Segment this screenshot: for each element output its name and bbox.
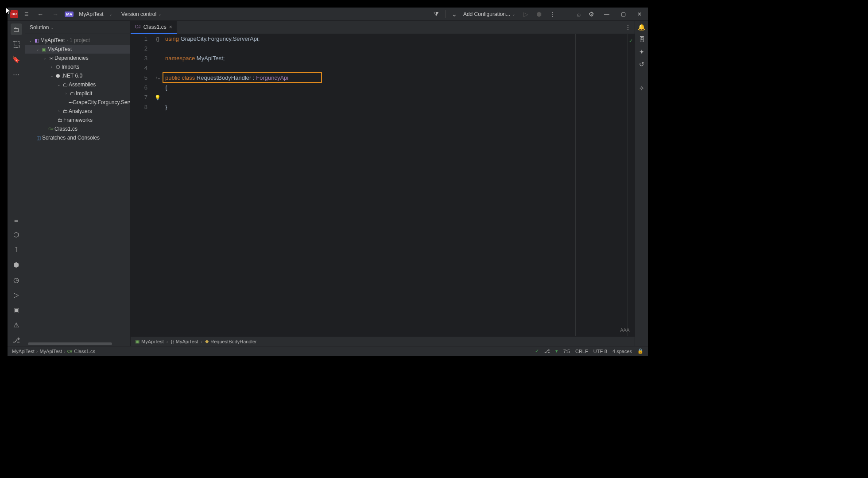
breadcrumb-namespace[interactable]: ▣MyApiTest	[135, 338, 164, 344]
database-icon[interactable]: 🗄	[639, 36, 645, 43]
editor-tab-class1[interactable]: C# Class1.cs ×	[131, 21, 177, 34]
lock-icon[interactable]: 🔒	[637, 348, 643, 354]
folder-icon[interactable]: 🗀	[11, 23, 22, 35]
chevron-down-icon[interactable]: ⌄	[107, 12, 114, 16]
folder-icon: 🗀	[62, 82, 69, 87]
status-path[interactable]: MyApiTest › MyApiTest › C# Class1.cs	[12, 349, 95, 354]
folder-icon: 🗀	[62, 109, 69, 114]
tree-imports[interactable]: › ⬡ Imports	[25, 62, 130, 71]
services-icon[interactable]: ⬡	[11, 229, 22, 241]
tree-solution-root[interactable]: ⌄ ◧ MyApiTest· 1 project	[25, 36, 130, 45]
line-separator[interactable]: CRLF	[575, 349, 588, 354]
run-config-dropdown[interactable]: Add Configuration...⌄	[463, 11, 517, 17]
code-content[interactable]: using GrapeCity.Forguncy.ServerApi; name…	[163, 34, 628, 336]
nav-back-icon[interactable]: ←	[35, 11, 46, 18]
todo-icon[interactable]: ≡	[11, 214, 22, 225]
namespace-gutter-icon[interactable]: {}	[156, 34, 159, 44]
tree-dependencies[interactable]: ⌄ ⫘ Dependencies	[25, 54, 130, 62]
unit-tests-icon[interactable]: ◷	[11, 274, 22, 286]
csharp-file-icon: C#	[47, 127, 54, 131]
breadcrumb-class[interactable]: ◆RequestBodyHandler	[205, 338, 257, 344]
branch-icon[interactable]: ⎇	[544, 348, 550, 354]
project-name[interactable]: MyApiTest	[77, 11, 103, 17]
editor-tab-bar: C# Class1.cs × ⋮	[131, 21, 635, 34]
main-menu-icon[interactable]: ≡	[22, 10, 31, 18]
scrollbar-thumb[interactable]	[28, 342, 112, 345]
run-icon[interactable]: ▷	[522, 9, 530, 19]
close-tab-icon[interactable]: ×	[169, 24, 172, 30]
horizontal-scrollbar[interactable]	[25, 342, 130, 346]
tree-scratches[interactable]: ◫ Scratches and Consoles	[25, 133, 130, 142]
solution-icon: ◧	[33, 38, 40, 43]
terminal-icon[interactable]: ▣	[11, 304, 22, 316]
ai-icon[interactable]: ✦	[639, 48, 644, 55]
chevron-down-icon[interactable]: ⌄	[28, 38, 33, 43]
status-bar: MyApiTest › MyApiTest › C# Class1.cs ✓ ⎇…	[8, 346, 648, 356]
tree-project[interactable]: ⌄ ▣ MyApiTest	[25, 45, 130, 54]
tree-assemblies[interactable]: ⌄ 🗀 Assemblies	[25, 80, 130, 89]
inspection-ok-icon[interactable]: ✓	[629, 36, 633, 46]
sync-icon[interactable]: ▾	[555, 348, 558, 354]
nav-forward-icon[interactable]: →	[50, 11, 61, 18]
structure-icon[interactable]: ⿺	[11, 39, 22, 50]
nuget-icon[interactable]: ⬢	[11, 259, 22, 271]
class-icon: ◆	[205, 338, 209, 344]
hint-gutter-icon[interactable]: 💡	[155, 93, 161, 102]
editor-body[interactable]: 1 2 3 4 5 6 7 8 {} ↑ₒ 💡	[131, 34, 635, 336]
bookmark-icon[interactable]: 🔖	[11, 54, 22, 65]
history-icon[interactable]: ↺	[639, 61, 644, 68]
chevron-right-icon[interactable]: ›	[49, 65, 54, 69]
minimize-button[interactable]: —	[601, 9, 613, 19]
more-horizontal-icon[interactable]: ⋯	[11, 69, 22, 80]
more-icon[interactable]: ⋮	[548, 9, 558, 19]
chevron-down-icon[interactable]: ⌄	[49, 74, 54, 78]
breadcrumb-class-ns[interactable]: {}MyApiTest	[170, 339, 198, 344]
inheritors-gutter-icon[interactable]: ↑ₒ	[156, 73, 160, 83]
dependencies-icon: ⫘	[47, 55, 54, 61]
tree-implicit[interactable]: › 🗀 Implicit	[25, 89, 130, 98]
chevron-right-icon[interactable]: ›	[63, 91, 69, 96]
indent-setting[interactable]: 4 spaces	[612, 349, 632, 354]
chevron-down-icon: ⌄	[49, 25, 56, 30]
file-encoding[interactable]: UTF-8	[593, 349, 607, 354]
left-tool-stripe: 🗀 ⿺ 🔖 ⋯ ≡ ⬡ ⊺ ⬢ ◷ ▷ ▣ ⚠ ⎇	[8, 21, 25, 346]
debug-icon[interactable]: ⬢	[535, 9, 543, 19]
problems-icon[interactable]: ⚠	[11, 319, 22, 331]
tab-actions-icon[interactable]: ⋮	[621, 24, 635, 31]
run-tool-icon[interactable]: ▷	[11, 289, 22, 301]
status-ok-icon[interactable]: ✓	[535, 348, 539, 354]
vcs-icon[interactable]: ⎇	[11, 334, 22, 346]
tree-analyzers[interactable]: › 🗀 Analyzers	[25, 107, 130, 116]
gutter-icons: {} ↑ₒ 💡	[152, 34, 163, 336]
maximize-button[interactable]: ▢	[617, 9, 629, 19]
folder-icon: 🗀	[69, 91, 76, 96]
chevron-down-icon[interactable]: ⌄	[56, 82, 62, 87]
settings-gear-icon[interactable]: ⚙	[587, 9, 596, 19]
close-button[interactable]: ✕	[634, 9, 645, 19]
right-tool-stripe: 🔔 🗄 ✦ ↺ ✧	[635, 21, 648, 346]
chevron-right-icon[interactable]: ›	[56, 109, 62, 113]
notifications-icon[interactable]: 🔔	[638, 23, 645, 31]
version-control-menu[interactable]: Version control⌄	[118, 11, 167, 17]
inspection-stripe[interactable]: ✓	[628, 34, 635, 336]
csharp-file-icon: C#	[135, 24, 141, 29]
chevron-down-icon[interactable]: ⌄	[42, 56, 47, 60]
chevron-down-icon[interactable]: ⌄	[450, 9, 459, 19]
assistant-icon[interactable]: ✧	[639, 85, 644, 92]
solution-header[interactable]: Solution⌄	[25, 21, 130, 34]
tree-class1[interactable]: C# Class1.cs	[25, 124, 130, 133]
tree-frameworks[interactable]: 🗀 Frameworks	[25, 116, 130, 124]
solution-panel: Solution⌄ ⌄ ◧ MyApiTest· 1 project ⌄ ▣ M…	[25, 21, 131, 346]
chevron-down-icon[interactable]: ⌄	[35, 47, 40, 51]
chevron-right-icon: ›	[36, 349, 38, 354]
tree-net[interactable]: ⌄ ⬢ .NET 6.0	[25, 71, 130, 80]
tree-grapecity-ref[interactable]: ⊸ GrapeCity.Forguncy.Serve	[25, 98, 130, 107]
caret-position[interactable]: 7:5	[563, 349, 570, 354]
solution-tree: ⌄ ◧ MyApiTest· 1 project ⌄ ▣ MyApiTest ⌄…	[25, 34, 130, 342]
braces-icon: {}	[170, 339, 174, 344]
highlight-box	[163, 72, 322, 83]
reader-mode-icon[interactable]: AAA	[620, 327, 629, 334]
search-icon[interactable]: ⌕	[575, 9, 582, 19]
build-icon[interactable]: ⊺	[11, 244, 22, 256]
filter-icon[interactable]: ⧩	[432, 8, 441, 19]
